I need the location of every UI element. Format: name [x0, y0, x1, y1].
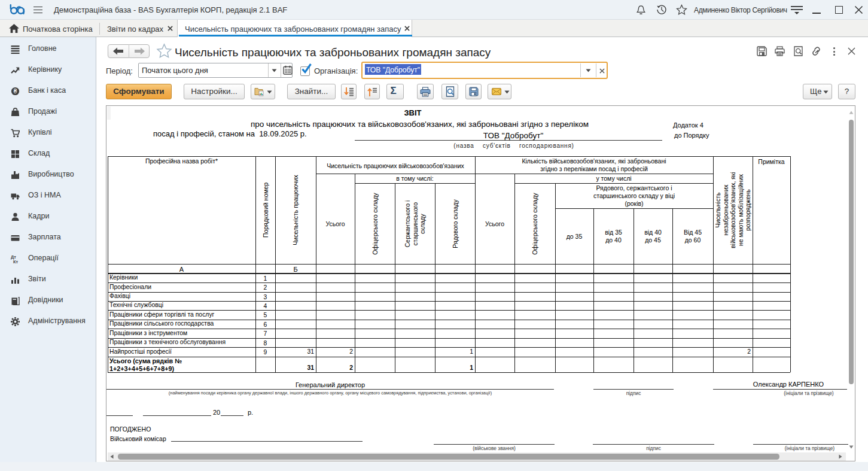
svg-text:Кт: Кт — [13, 259, 19, 263]
svg-text:₴: ₴ — [14, 88, 17, 95]
